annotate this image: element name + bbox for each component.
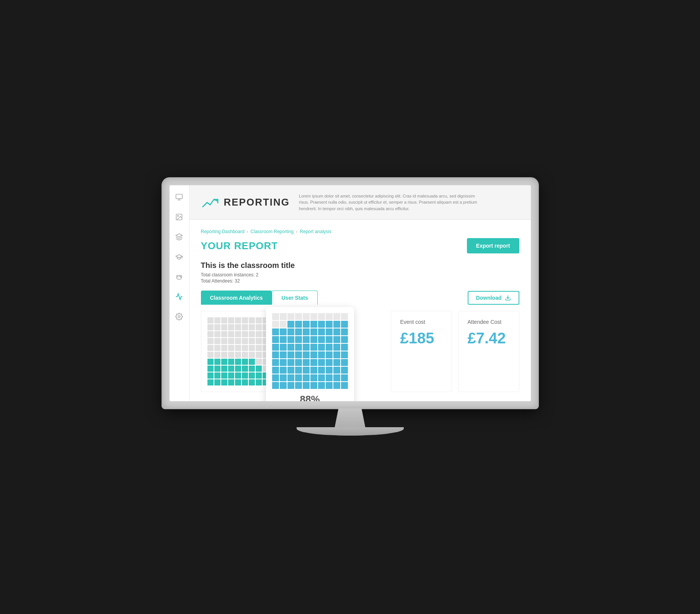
- grid-cell: [221, 379, 227, 385]
- popup-cell: [333, 344, 340, 351]
- popup-cell: [333, 336, 340, 343]
- grid-cell: [235, 331, 241, 337]
- popup-cell: [326, 313, 333, 320]
- popup-cell: [295, 367, 302, 374]
- grid-cell: [249, 366, 255, 372]
- attendee-cost-label: Attendee Cost: [468, 319, 510, 325]
- tab-user-stats[interactable]: User Stats: [272, 291, 317, 305]
- popup-cell: [333, 367, 340, 374]
- sidebar-icon-monitor[interactable]: [173, 191, 185, 203]
- popup-cell: [326, 382, 333, 389]
- popup-cell: [272, 328, 279, 335]
- popup-cell: [287, 382, 294, 389]
- popup-cell: [341, 344, 348, 351]
- export-report-button[interactable]: Export report: [467, 238, 519, 253]
- popup-cell: [310, 351, 317, 358]
- grid-cell: [235, 372, 241, 379]
- popup-cell: [310, 374, 317, 381]
- event-cost-value: £185: [400, 330, 442, 347]
- grid-cell: [221, 345, 227, 351]
- popup-cell: [295, 313, 302, 320]
- grid-cell: [228, 338, 234, 344]
- grid-cell: [249, 317, 255, 323]
- classroom-instances-stat: Total classroom instances: 2: [201, 272, 519, 278]
- popup-cell: [326, 321, 333, 328]
- grid-cell: [221, 352, 227, 358]
- popup-cell: [318, 336, 325, 343]
- grid-cell: [207, 352, 214, 358]
- popup-cell: [272, 359, 279, 366]
- grid-cell: [256, 352, 262, 358]
- breadcrumb-sep-2: ›: [296, 229, 297, 234]
- grid-cell: [207, 372, 214, 379]
- grid-cell: [221, 372, 227, 379]
- popup-grid: [272, 313, 348, 389]
- grid-cell: [249, 338, 255, 344]
- svg-point-10: [178, 315, 180, 317]
- popup-cell: [272, 382, 279, 389]
- popup-cell: [303, 336, 310, 343]
- sidebar-icon-graduation[interactable]: [173, 251, 185, 263]
- grid-cell: [242, 324, 248, 330]
- popup-cell: [287, 359, 294, 366]
- popup-cell: [280, 374, 287, 381]
- sidebar-icon-layers[interactable]: [173, 231, 185, 243]
- grid-cell: [235, 324, 241, 330]
- popup-cell: [280, 313, 287, 320]
- popup-cell: [310, 359, 317, 366]
- popup-cell: [287, 374, 294, 381]
- sidebar-icon-settings[interactable]: [173, 311, 185, 322]
- popup-cell: [287, 321, 294, 328]
- grid-cell: [214, 331, 220, 337]
- popup-cell: [272, 321, 279, 328]
- grid-cell: [228, 366, 234, 372]
- grid-cell: [235, 352, 241, 358]
- page-header-row: YOUR REPORT Export report: [201, 238, 519, 253]
- popup-cell: [280, 359, 287, 366]
- download-button[interactable]: Download: [468, 291, 519, 305]
- grid-cell: [249, 324, 255, 330]
- app-header: REPORTING Lorem ipsum dolor sit amet, co…: [189, 185, 531, 220]
- popup-cell: [326, 328, 333, 335]
- breadcrumb-classroom-reporting[interactable]: Classroom Reporting: [251, 229, 294, 234]
- popup-cell: [295, 328, 302, 335]
- grid-cell: [214, 338, 220, 344]
- popup-cell: [318, 313, 325, 320]
- popup-cell: [318, 367, 325, 374]
- grid-cell: [207, 317, 214, 323]
- grid-cell: [235, 359, 241, 365]
- grid-cell: [249, 359, 255, 365]
- popup-cell: [287, 328, 294, 335]
- sidebar-icon-gamepad[interactable]: [173, 271, 185, 283]
- grid-cell: [228, 317, 234, 323]
- svg-point-4: [178, 216, 179, 217]
- grid-cell: [256, 324, 262, 330]
- popup-cell: [295, 321, 302, 328]
- grid-cell: [207, 359, 214, 365]
- popup-cell: [333, 359, 340, 366]
- attendee-cost-card: Attendee Cost £7.42: [458, 311, 519, 392]
- sidebar-icon-image[interactable]: [173, 211, 185, 223]
- breadcrumb-sep-1: ›: [247, 229, 248, 234]
- monitor-screen: REPORTING Lorem ipsum dolor sit amet, co…: [163, 178, 538, 408]
- popup-cell: [287, 344, 294, 351]
- grid-cell: [228, 379, 234, 385]
- grid-cell: [235, 366, 241, 372]
- popup-cell: [280, 328, 287, 335]
- event-cost-card: Event cost £185: [391, 311, 452, 392]
- grid-cell: [249, 372, 255, 379]
- sidebar-icon-chart[interactable]: [173, 291, 185, 302]
- grid-cell: [242, 352, 248, 358]
- popup-cell: [280, 351, 287, 358]
- breadcrumb-reporting-dashboard[interactable]: Reporting Dashboard: [201, 229, 245, 234]
- grid-cell: [207, 338, 214, 344]
- popup-cell: [272, 336, 279, 343]
- popup-cell: [295, 382, 302, 389]
- grid-cell: [214, 324, 220, 330]
- breadcrumb-report-analysis[interactable]: Report analysis: [300, 229, 331, 234]
- tab-classroom-analytics[interactable]: Classroom Analytics: [201, 291, 272, 305]
- popup-cell: [326, 351, 333, 358]
- grid-cell: [249, 352, 255, 358]
- screen-inner: REPORTING Lorem ipsum dolor sit amet, co…: [170, 185, 531, 402]
- popup-cell: [318, 351, 325, 358]
